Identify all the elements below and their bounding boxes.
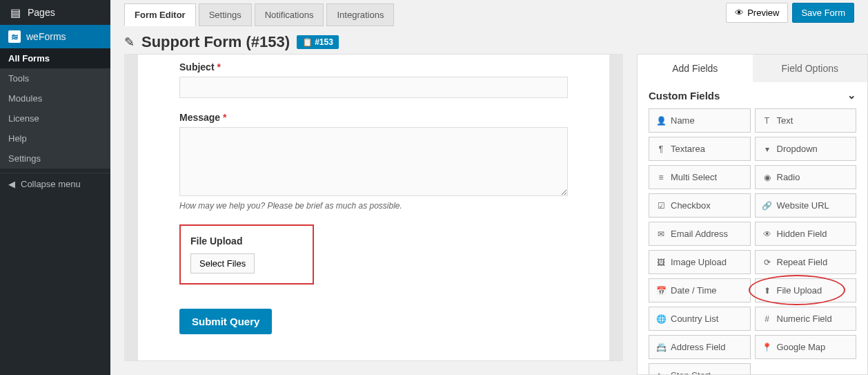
- image-upload-icon: 🖼: [656, 258, 666, 267]
- field-item-textarea[interactable]: ¶Textarea: [649, 137, 751, 161]
- subject-input[interactable]: [179, 77, 568, 98]
- field-item-label: Step Start: [671, 370, 711, 375]
- checkbox-icon: ☑: [656, 201, 666, 211]
- address-field-icon: 📇: [656, 343, 666, 352]
- field-item-label: Website URL: [777, 200, 829, 211]
- step-start-icon: ▶: [656, 371, 666, 376]
- message-help: How may we help you? Please be brief as …: [179, 201, 568, 211]
- text-icon: T: [762, 116, 772, 126]
- tab-field-options[interactable]: Field Options: [753, 55, 868, 82]
- copy-icon: 📋: [302, 37, 313, 47]
- field-item-label: Text: [777, 115, 793, 126]
- field-item-label: Numeric Field: [777, 314, 832, 324]
- field-item-multi-select[interactable]: ≡Multi Select: [649, 165, 751, 189]
- sidebar-sub-item[interactable]: Help: [0, 128, 110, 148]
- field-item-image-upload[interactable]: 🖼Image Upload: [649, 250, 751, 274]
- required-asterisk: *: [217, 61, 220, 73]
- field-item-label: Address Field: [671, 342, 725, 352]
- file-upload-icon: ⬆: [762, 286, 772, 296]
- custom-fields-heading[interactable]: Custom Fields ⌄: [649, 82, 856, 108]
- field-item-label: Hidden Field: [777, 229, 827, 239]
- editor-tabs: Form EditorSettingsNotificationsIntegrat…: [124, 1, 397, 26]
- field-item-step-start[interactable]: ▶Step Start: [649, 363, 751, 375]
- chevron-down-icon: ⌄: [847, 89, 856, 102]
- field-item-website-url[interactable]: 🔗Website URL: [755, 193, 857, 218]
- field-subject[interactable]: Subject *: [179, 61, 568, 98]
- google-map-icon: 📍: [762, 343, 772, 352]
- form-canvas: Subject * Message * How may we help you?…: [110, 54, 637, 375]
- save-form-button[interactable]: Save Form: [792, 3, 854, 23]
- tab-add-fields[interactable]: Add Fields: [638, 55, 753, 82]
- sidebar-sub-item[interactable]: License: [0, 108, 110, 128]
- field-item-checkbox[interactable]: ☑Checkbox: [649, 193, 751, 218]
- tab-integrations[interactable]: Integrations: [326, 3, 394, 26]
- subject-label-text: Subject: [179, 61, 215, 73]
- sidebar-item-weforms[interactable]: ≋ weForms: [0, 25, 110, 48]
- sidebar-sub-item[interactable]: Modules: [0, 88, 110, 108]
- field-item-radio[interactable]: ◉Radio: [755, 165, 857, 189]
- tab-settings[interactable]: Settings: [199, 3, 252, 26]
- field-item-repeat-field[interactable]: ⟳Repeat Field: [755, 250, 857, 274]
- message-label: Message *: [179, 112, 568, 123]
- collapse-menu[interactable]: ◀ Collapse menu: [0, 173, 110, 195]
- field-item-dropdown[interactable]: ▾Dropdown: [755, 137, 857, 161]
- field-item-date-time[interactable]: 📅Date / Time: [649, 278, 751, 302]
- field-item-label: Textarea: [671, 144, 705, 154]
- field-item-label: Radio: [777, 172, 800, 182]
- date-time-icon: 📅: [656, 286, 666, 296]
- right-panel: Add Fields Field Options Custom Fields ⌄…: [637, 54, 868, 375]
- collapse-label: Collapse menu: [21, 179, 81, 189]
- sidebar-sub-item[interactable]: All Forms: [0, 48, 110, 68]
- sidebar-sub-item[interactable]: Tools: [0, 68, 110, 88]
- file-upload-label: File Upload: [190, 235, 303, 247]
- field-item-name[interactable]: 👤Name: [649, 108, 751, 133]
- save-label: Save Form: [801, 8, 845, 18]
- preview-button[interactable]: 👁 Preview: [726, 3, 788, 23]
- field-item-text[interactable]: TText: [755, 108, 857, 133]
- field-item-label: Multi Select: [671, 172, 717, 182]
- website-url-icon: 🔗: [762, 201, 772, 211]
- topbar: Form EditorSettingsNotificationsIntegrat…: [110, 0, 868, 26]
- field-item-label: Checkbox: [671, 200, 711, 211]
- field-item-label: Image Upload: [671, 257, 727, 267]
- field-item-label: Repeat Field: [777, 257, 828, 267]
- dropdown-icon: ▾: [762, 144, 772, 154]
- right-panel-tabs: Add Fields Field Options: [638, 55, 867, 82]
- field-item-label: File Upload: [777, 285, 822, 296]
- tab-notifications[interactable]: Notifications: [255, 3, 324, 26]
- field-item-hidden-field[interactable]: 👁Hidden Field: [755, 222, 857, 246]
- field-item-google-map[interactable]: 📍Google Map: [755, 335, 857, 359]
- select-files-button[interactable]: Select Files: [190, 253, 255, 273]
- repeat-field-icon: ⟳: [762, 258, 772, 267]
- field-item-label: Google Map: [777, 342, 826, 352]
- submit-button[interactable]: Submit Query: [179, 309, 272, 334]
- field-item-label: Date / Time: [671, 285, 716, 296]
- weforms-icon: ≋: [8, 30, 21, 43]
- field-item-address-field[interactable]: 📇Address Field: [649, 335, 751, 359]
- custom-fields-section: Custom Fields ⌄ 👤NameTText¶Textarea▾Drop…: [638, 82, 867, 375]
- form-title: Support Form (#153): [141, 33, 290, 51]
- main-area: Form EditorSettingsNotificationsIntegrat…: [110, 0, 868, 375]
- field-item-label: Country List: [671, 314, 718, 324]
- hidden-field-icon: 👁: [762, 229, 772, 239]
- field-file-upload[interactable]: File Upload Select Files: [179, 224, 568, 285]
- message-textarea[interactable]: [179, 127, 568, 196]
- multi-select-icon: ≡: [656, 173, 666, 182]
- sidebar-item-pages[interactable]: ▤ Pages: [0, 0, 110, 25]
- field-item-file-upload[interactable]: ⬆File Upload: [755, 278, 857, 302]
- pages-icon: ▤: [8, 6, 22, 19]
- field-item-email-address[interactable]: ✉Email Address: [649, 222, 751, 246]
- field-item-numeric-field[interactable]: #Numeric Field: [755, 307, 857, 331]
- name-icon: 👤: [656, 116, 666, 126]
- message-label-text: Message: [179, 112, 220, 123]
- sidebar-sub-item[interactable]: Settings: [0, 148, 110, 169]
- form-id-badge[interactable]: 📋 #153: [297, 35, 339, 49]
- numeric-field-icon: #: [762, 314, 772, 324]
- field-item-label: Dropdown: [777, 144, 818, 154]
- eye-icon: 👁: [735, 8, 744, 18]
- tab-form-editor[interactable]: Form Editor: [124, 3, 196, 26]
- field-message[interactable]: Message * How may we help you? Please be…: [179, 112, 568, 211]
- field-item-country-list[interactable]: 🌐Country List: [649, 307, 751, 331]
- admin-sidebar: ▤ Pages ≋ weForms All FormsToolsModulesL…: [0, 0, 110, 375]
- sidebar-item-label: Pages: [28, 7, 55, 18]
